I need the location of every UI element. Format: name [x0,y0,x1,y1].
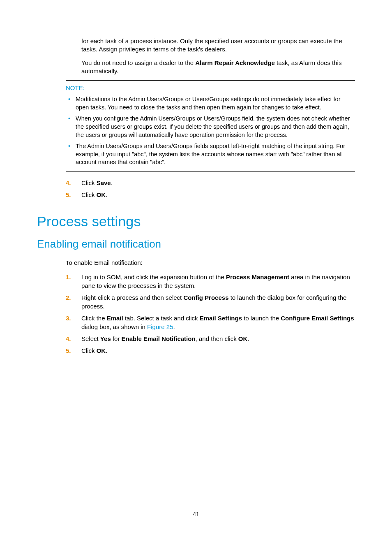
step5-pre: Click [81,347,97,354]
enable-step-4: 4. Select Yes for Enable Email Notificat… [66,333,355,345]
step-text-post: . [111,179,113,186]
step-text-post: . [106,191,107,198]
step-text-pre: Click [81,191,97,198]
step-number: 2. [66,293,76,302]
step-number: 3. [66,314,76,322]
config-process-bold: Config Process [183,294,228,301]
post-note-steps: 4. Click Save. 5. Click OK. [66,177,355,201]
heading-enabling-email-notification: Enabling email notification [37,237,355,251]
lead-text: To enable Email notification: [66,259,355,267]
step5-post: . [106,347,107,354]
alarm-repair-acknowledge-bold: Alarm Repair Acknowledge [195,59,275,66]
step-number: 4. [66,178,76,187]
step-number: 4. [66,334,76,343]
continued-p2: You do not need to assign a dealer to th… [81,59,355,76]
save-bold: Save [97,179,111,186]
enable-step-3: 3. Click the Email tab. Select a task an… [66,312,355,333]
page-number: 41 [0,510,392,518]
continued-paragraphs: for each task of a process instance. Onl… [81,37,355,75]
step3-t4: dialog box, as shown in [81,323,147,330]
email-settings-bold: Email Settings [200,315,242,322]
note-item-3: The Admin Users/Groups and Users/Groups … [74,141,355,169]
enable-email-notification-bold: Enable Email Notification [122,335,196,342]
step2-pre: Right-click a process and then select [81,294,183,301]
step1-pre: Log in to SOM, and click the expansion b… [81,273,226,280]
enable-step-1: 1. Log in to SOM, and click the expansio… [66,271,355,292]
continued-p2-pre: You do not need to assign a dealer to th… [81,59,195,66]
post-note-step-4: 4. Click Save. [66,177,355,189]
step-number: 5. [66,346,76,355]
ok-bold-2: OK [238,335,248,342]
note-list: Modifications to the Admin Users/Groups … [66,95,355,169]
ok-bold-3: OK [97,347,106,354]
note-block: NOTE: Modifications to the Admin Users/G… [66,80,355,172]
enable-step-2: 2. Right-click a process and then select… [66,292,355,312]
step3-t1: Click the [81,315,107,322]
step3-t3: to launch the [242,315,281,322]
continued-p1: for each task of a process instance. Onl… [81,37,355,54]
email-tab-bold: Email [107,315,123,322]
step3-t2: tab. Select a task and click [123,315,200,322]
document-page: for each task of a process instance. Onl… [0,0,392,533]
step4-t4: . [247,335,249,342]
note-label: NOTE: [66,84,355,92]
step-number: 5. [66,190,76,199]
step4-t1: Select [81,335,100,342]
process-management-bold: Process Management [226,273,289,280]
step3-t5: . [173,323,175,330]
configure-email-settings-bold: Configure Email Settings [281,315,354,322]
enable-step-5: 5. Click OK. [66,345,355,357]
heading-process-settings: Process settings [37,212,355,231]
post-note-step-5: 5. Click OK. [66,189,355,201]
figure-25-link[interactable]: Figure 25 [147,323,173,330]
step-text-pre: Click [81,179,97,186]
enable-steps: 1. Log in to SOM, and click the expansio… [66,271,355,357]
note-item-1: Modifications to the Admin Users/Groups … [74,95,355,114]
step4-t2: for [111,335,122,342]
yes-bold: Yes [100,335,111,342]
ok-bold: OK [97,191,106,198]
note-item-2: When you configure the Admin Users/Group… [74,114,355,141]
step4-t3: , and then click [196,335,238,342]
step-number: 1. [66,273,76,281]
